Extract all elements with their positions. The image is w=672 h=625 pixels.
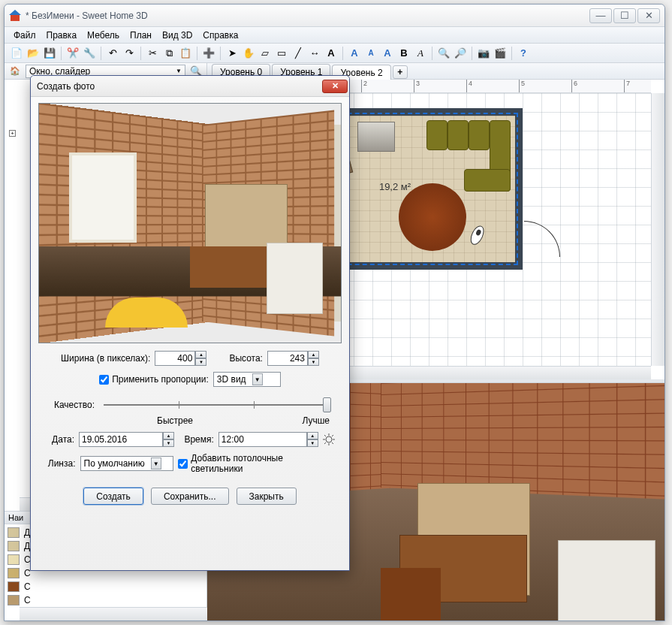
text-color-icon[interactable]: A	[380, 46, 395, 61]
menu-file[interactable]: Файл	[9, 29, 41, 42]
add-furniture-icon[interactable]: ➕	[201, 46, 216, 61]
create-button[interactable]: Создать	[83, 488, 143, 505]
aspect-combo[interactable]: 3D вид ▼	[213, 372, 281, 387]
lens-combo[interactable]: По умолчанию ▼	[80, 456, 174, 471]
chevron-down-icon: ▼	[176, 68, 182, 74]
time-label: Время:	[181, 434, 214, 445]
titlebar[interactable]: * БезИмени - Sweet Home 3D — ☐ ✕	[5, 5, 664, 27]
save-icon[interactable]: 💾	[42, 46, 57, 61]
zoom-in-icon[interactable]: 🔍	[436, 46, 451, 61]
dialog-close-button[interactable]: ✕	[322, 80, 348, 93]
svg-line-10	[332, 442, 333, 444]
furniture-sofa[interactable]	[420, 120, 511, 192]
height-down-button[interactable]: ▼	[308, 358, 319, 366]
svg-point-4	[326, 436, 332, 442]
width-down-button[interactable]: ▼	[195, 358, 206, 366]
door-right[interactable]	[524, 221, 560, 257]
chevron-down-icon: ▼	[151, 457, 161, 470]
width-input[interactable]	[155, 351, 195, 366]
slider-thumb[interactable]	[323, 397, 331, 412]
lens-label: Линза:	[44, 458, 76, 469]
width-up-button[interactable]: ▲	[195, 351, 206, 358]
copy-icon[interactable]: ⧉	[161, 46, 176, 61]
prev-armchair	[558, 540, 655, 620]
new-icon[interactable]: 📄	[9, 46, 24, 61]
furniture-table[interactable]	[399, 183, 466, 251]
dialog-title: Создать фото	[37, 81, 322, 92]
plan-vscroll[interactable]	[651, 93, 664, 366]
furniture-cabinet[interactable]	[357, 122, 395, 152]
zoom-out-icon[interactable]: 🔎	[453, 46, 468, 61]
time-down-button[interactable]: ▼	[307, 439, 318, 447]
pan-tool-icon[interactable]: ✋	[241, 46, 256, 61]
photo-icon[interactable]: 📷	[476, 46, 491, 61]
menu-view3d[interactable]: Вид 3D	[158, 29, 197, 42]
date-up-button[interactable]: ▲	[163, 432, 174, 439]
minimize-button[interactable]: —	[589, 8, 612, 23]
window-title: * БезИмени - Sweet Home 3D	[26, 11, 589, 21]
width-label: Ширина (в пикселах):	[61, 353, 150, 364]
list-item[interactable]: С	[5, 593, 206, 607]
time-input[interactable]	[218, 432, 307, 447]
open-icon[interactable]: 📂	[26, 46, 41, 61]
tree-expand-icon[interactable]: +	[9, 130, 16, 137]
date-label: Дата:	[44, 434, 74, 445]
menu-help[interactable]: Справка	[198, 29, 243, 42]
menubar: Файл Правка Мебель План Вид 3D Справка	[5, 27, 664, 44]
height-label: Высота:	[229, 353, 263, 364]
prev-chair	[381, 568, 441, 620]
close-button[interactable]: ✕	[637, 8, 660, 23]
text-size-dec-icon[interactable]: A	[363, 46, 378, 61]
app-logo-icon	[9, 10, 21, 22]
menu-edit[interactable]: Правка	[42, 29, 82, 42]
preferences-icon[interactable]: ✂️	[65, 46, 80, 61]
text-tool-icon[interactable]: A	[324, 46, 339, 61]
quality-label: Качество:	[44, 400, 95, 410]
save-button[interactable]: Сохранить...	[151, 488, 229, 505]
height-up-button[interactable]: ▲	[308, 351, 319, 358]
furniture-list-hscroll[interactable]	[20, 607, 221, 620]
select-tool-icon[interactable]: ➤	[225, 46, 240, 61]
dimension-tool-icon[interactable]: ↔	[307, 46, 322, 61]
photo-preview	[38, 103, 342, 343]
list-item[interactable]: С	[5, 580, 206, 593]
apply-aspect-checkbox[interactable]: Применить пропорции:	[99, 374, 209, 385]
help-icon[interactable]: ?	[516, 46, 531, 61]
svg-line-11	[332, 435, 333, 436]
room-area-label: 19,2 м²	[379, 180, 411, 192]
chevron-down-icon: ▼	[252, 373, 263, 385]
polyline-tool-icon[interactable]: ╱	[291, 46, 306, 61]
ceiling-lights-checkbox[interactable]: Добавить потолочные светильники	[178, 453, 336, 474]
wall-tool-icon[interactable]: ▱	[258, 46, 273, 61]
create-photo-dialog: Создать фото ✕ Ширина (в пикселах): ▲▼	[30, 75, 350, 571]
paste-icon[interactable]: 📋	[178, 46, 193, 61]
maximize-button[interactable]: ☐	[613, 8, 636, 23]
quality-faster-label: Быстрее	[157, 415, 193, 426]
date-input[interactable]	[79, 432, 163, 447]
room-tool-icon[interactable]: ▭	[274, 46, 289, 61]
video-icon[interactable]: 🎬	[493, 46, 508, 61]
cut-icon[interactable]: ✂	[145, 46, 160, 61]
svg-line-9	[324, 435, 326, 436]
preview-window	[69, 152, 137, 243]
height-input[interactable]	[267, 351, 308, 366]
settings-icon[interactable]: 🔧	[82, 46, 97, 61]
toolbar: 📄 📂 💾 ✂️ 🔧 ↶ ↷ ✂ ⧉ 📋 ➕ ➤ ✋ ▱ ▭ ╱ ↔ A A A…	[5, 44, 664, 63]
undo-icon[interactable]: ↶	[105, 46, 120, 61]
redo-icon[interactable]: ↷	[122, 46, 137, 61]
text-size-inc-icon[interactable]: A	[347, 46, 362, 61]
menu-furniture[interactable]: Мебель	[83, 29, 124, 42]
menu-plan[interactable]: План	[125, 29, 156, 42]
add-level-button[interactable]: +	[393, 65, 408, 79]
date-down-button[interactable]: ▼	[163, 439, 174, 447]
catalog-home-icon[interactable]: 🏠	[8, 64, 23, 79]
dialog-titlebar[interactable]: Создать фото ✕	[31, 76, 349, 97]
quality-slider[interactable]	[104, 397, 331, 412]
time-up-button[interactable]: ▲	[307, 432, 318, 439]
svg-marker-1	[9, 10, 21, 15]
italic-icon[interactable]: A	[413, 46, 428, 61]
svg-line-12	[324, 442, 326, 444]
bold-icon[interactable]: B	[396, 46, 411, 61]
close-dialog-button[interactable]: Закрыть	[237, 488, 297, 505]
sun-icon[interactable]	[323, 433, 336, 446]
